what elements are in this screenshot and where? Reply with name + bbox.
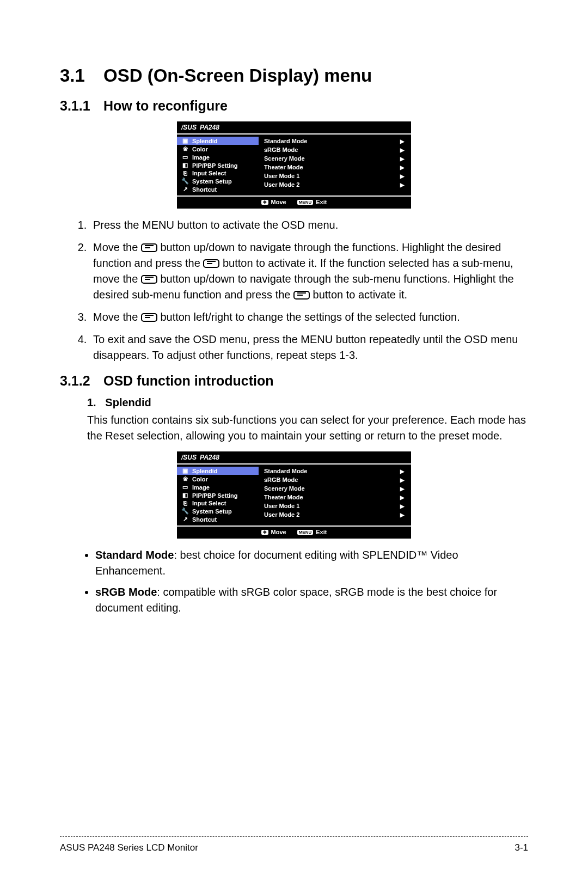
pip-icon: ◧: [181, 162, 189, 169]
move-key-icon: ✥: [261, 530, 268, 535]
osd-item-image: ▭Image: [177, 153, 259, 161]
osd-sub-user1: User Mode 1▶: [259, 172, 408, 180]
h2a-title: How to reconfigure: [103, 98, 228, 113]
osd-item-system: 🔧System Setup: [177, 177, 259, 185]
chevron-right-icon: ▶: [400, 486, 405, 492]
splendid-heading: 1. Splendid: [87, 396, 528, 409]
chevron-right-icon: ▶: [400, 138, 405, 144]
osd-brand: /SUS: [181, 454, 197, 461]
osd-item-pip: ◧PIP/PBP Setting: [177, 491, 259, 499]
footer-left: ASUS PA248 Series LCD Monitor: [60, 842, 198, 853]
osd-item-pip: ◧PIP/PBP Setting: [177, 161, 259, 169]
heading-1: 3.1OSD (On-Screen Display) menu: [60, 65, 528, 86]
osd-header: /SUS PA248: [177, 121, 411, 135]
menu-button-icon: [141, 243, 157, 252]
wrench-icon: 🔧: [181, 508, 189, 515]
step-3: Move the button left/right to change the…: [90, 309, 528, 325]
page: 3.1OSD (On-Screen Display) menu 3.1.1How…: [0, 0, 588, 886]
osd-sub-user2: User Mode 2▶: [259, 510, 408, 519]
h2b-number: 3.1.2: [60, 373, 103, 389]
color-icon: ❀: [181, 145, 189, 152]
osd-figure-2: /SUS PA248 ▣Splendid ❀Color ▭Image ◧PIP/…: [177, 451, 411, 539]
footer-right: 3-1: [514, 842, 528, 853]
step-1: Press the MENU button to activate the OS…: [90, 217, 528, 233]
chevron-right-icon: ▶: [400, 147, 405, 153]
osd-footer-move: ✥Move: [261, 529, 286, 535]
srgb-mode-desc: sRGB Mode: compatible with sRGB color sp…: [95, 584, 528, 616]
step-2: Move the button up/down to navigate thro…: [90, 240, 528, 303]
osd-sub-srgb: sRGB Mode▶: [259, 145, 408, 154]
osd-sub-standard: Standard Mode▶: [259, 467, 408, 475]
osd-footer-exit: MENUExit: [297, 529, 327, 535]
input-icon: ⎘: [181, 170, 189, 176]
mode-descriptions: Standard Mode: best choice for document …: [60, 547, 528, 616]
color-icon: ❀: [181, 475, 189, 482]
heading-2-reconfigure: 3.1.1How to reconfigure: [60, 98, 528, 114]
chevron-right-icon: ▶: [400, 156, 405, 162]
image-icon: ▭: [181, 484, 189, 491]
chevron-right-icon: ▶: [400, 182, 405, 188]
h2b-title: OSD function introduction: [103, 373, 273, 388]
osd-item-shortcut: ↗Shortcut: [177, 515, 259, 523]
splendid-para: This function contains six sub-functions…: [87, 412, 528, 444]
osd-item-splendid: ▣Splendid: [177, 137, 259, 145]
h2a-number: 3.1.1: [60, 98, 103, 114]
osd-sub-user1: User Mode 1▶: [259, 502, 408, 510]
osd-sub-scenery: Scenery Mode▶: [259, 154, 408, 163]
shortcut-icon: ↗: [181, 186, 189, 193]
osd-right-submenu: Standard Mode▶ sRGB Mode▶ Scenery Mode▶ …: [259, 135, 411, 195]
chevron-right-icon: ▶: [400, 468, 405, 474]
menu-key-icon: MENU: [297, 530, 314, 535]
page-footer: ASUS PA248 Series LCD Monitor 3-1: [60, 836, 528, 853]
osd-brand: /SUS: [181, 124, 197, 131]
osd-right-submenu: Standard Mode▶ sRGB Mode▶ Scenery Mode▶ …: [259, 465, 411, 526]
osd-footer-exit: MENUExit: [297, 199, 327, 205]
osd-model: PA248: [200, 454, 219, 461]
heading-2-intro: 3.1.2OSD function introduction: [60, 373, 528, 389]
chevron-right-icon: ▶: [400, 164, 405, 170]
osd-footer: ✥Move MENUExit: [177, 527, 411, 539]
osd-footer: ✥Move MENUExit: [177, 197, 411, 209]
shortcut-icon: ↗: [181, 516, 189, 523]
h1-number: 3.1: [60, 65, 103, 86]
wrench-icon: 🔧: [181, 178, 189, 185]
osd-item-splendid: ▣Splendid: [177, 467, 259, 475]
osd-item-input: ⎘Input Select: [177, 169, 259, 177]
menu-button-icon: [141, 313, 157, 322]
osd-model: PA248: [200, 124, 219, 131]
h1-title: OSD (On-Screen Display) menu: [103, 65, 372, 85]
splendid-icon: ▣: [181, 137, 189, 144]
osd-body: ▣Splendid ❀Color ▭Image ◧PIP/PBP Setting…: [177, 465, 411, 527]
splendid-icon: ▣: [181, 467, 189, 474]
osd-left-menu: ▣Splendid ❀Color ▭Image ◧PIP/PBP Setting…: [177, 465, 259, 526]
menu-button-icon: [203, 259, 219, 268]
osd-left-menu: ▣Splendid ❀Color ▭Image ◧PIP/PBP Setting…: [177, 135, 259, 195]
chevron-right-icon: ▶: [400, 477, 405, 483]
osd-sub-scenery: Scenery Mode▶: [259, 484, 408, 493]
osd-body: ▣Splendid ❀Color ▭Image ◧PIP/PBP Setting…: [177, 135, 411, 197]
input-icon: ⎘: [181, 500, 189, 506]
osd-item-color: ❀Color: [177, 145, 259, 153]
splendid-section: 1. Splendid This function contains six s…: [87, 396, 528, 444]
menu-button-icon: [293, 291, 310, 300]
osd-item-color: ❀Color: [177, 475, 259, 483]
chevron-right-icon: ▶: [400, 503, 405, 509]
osd-item-input: ⎘Input Select: [177, 499, 259, 507]
osd-sub-srgb: sRGB Mode▶: [259, 475, 408, 484]
osd-sub-theater: Theater Mode▶: [259, 493, 408, 502]
menu-button-icon: [141, 275, 157, 284]
osd-item-image: ▭Image: [177, 483, 259, 491]
osd-figure-1: /SUS PA248 ▣Splendid ❀Color ▭Image ◧PIP/…: [177, 121, 411, 209]
osd-footer-move: ✥Move: [261, 199, 286, 205]
step-4: To exit and save the OSD menu, press the…: [90, 332, 528, 363]
reconfigure-steps: Press the MENU button to activate the OS…: [60, 217, 528, 363]
move-key-icon: ✥: [261, 200, 268, 205]
osd-sub-theater: Theater Mode▶: [259, 163, 408, 172]
chevron-right-icon: ▶: [400, 494, 405, 500]
chevron-right-icon: ▶: [400, 173, 405, 179]
image-icon: ▭: [181, 154, 189, 161]
menu-key-icon: MENU: [297, 200, 314, 205]
osd-sub-user2: User Mode 2▶: [259, 180, 408, 189]
osd-sub-standard: Standard Mode▶: [259, 137, 408, 145]
chevron-right-icon: ▶: [400, 512, 405, 518]
